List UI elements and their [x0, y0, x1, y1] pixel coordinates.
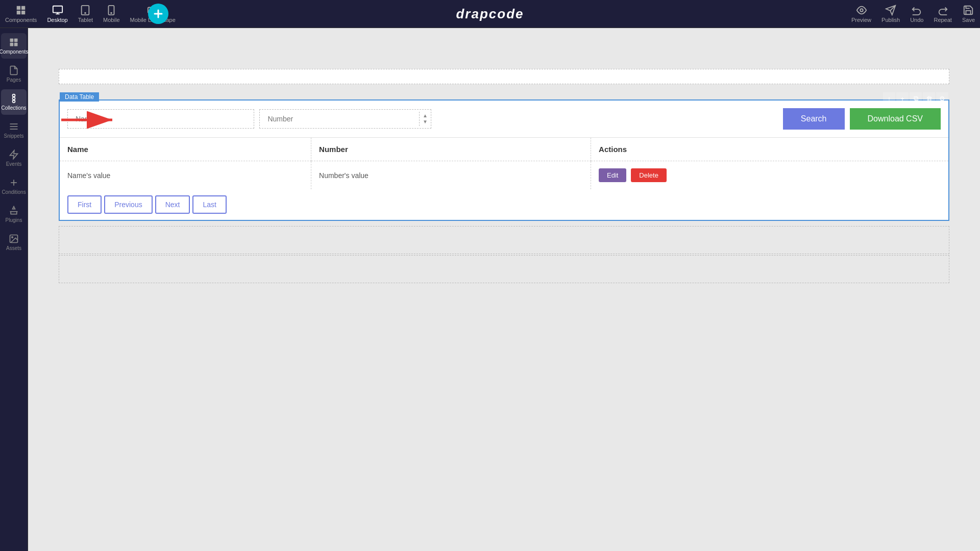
widget-settings-button[interactable]: ⚙ — [936, 92, 948, 105]
sidebar-item-collections[interactable]: Collections — [1, 89, 27, 115]
sidebar-item-components[interactable]: Components — [1, 33, 27, 59]
svg-rect-13 — [14, 39, 18, 42]
pagination-first-button[interactable]: First — [67, 195, 102, 214]
svg-point-17 — [13, 97, 15, 100]
canvas-section-middle — [59, 226, 949, 254]
svg-rect-4 — [53, 6, 62, 13]
preview-button[interactable]: Preview — [851, 5, 871, 23]
toolbar-device-desktop[interactable]: Desktop — [47, 5, 67, 23]
svg-rect-12 — [10, 39, 14, 42]
table-header-row: Name Number Actions — [60, 138, 948, 161]
repeat-button[interactable]: Repeat — [934, 5, 951, 23]
main-content: Data Table ↑ + ⧉ 🗑 ⚙ ▲ ▼ — [28, 28, 980, 551]
canvas-section-top — [59, 69, 949, 84]
sidebar-item-conditions[interactable]: Conditions — [1, 173, 27, 199]
svg-rect-2 — [17, 11, 20, 14]
pagination: First Previous Next Last — [60, 189, 948, 220]
cell-actions: Edit Delete — [591, 161, 948, 190]
number-filter-container: ▲ ▼ — [259, 109, 431, 129]
edit-button[interactable]: Edit — [599, 168, 626, 182]
table-header: Name Number Actions — [60, 138, 948, 161]
svg-marker-22 — [10, 151, 18, 159]
svg-rect-14 — [10, 43, 14, 46]
spinner-up-button[interactable]: ▲ — [421, 113, 430, 119]
sidebar-item-pages[interactable]: Pages — [1, 61, 27, 87]
publish-button[interactable]: Publish — [881, 5, 900, 23]
svg-point-26 — [12, 237, 13, 238]
widget-copy-button[interactable]: ⧉ — [910, 92, 922, 105]
save-button[interactable]: Save — [962, 5, 975, 23]
svg-point-6 — [85, 13, 86, 14]
toolbar-device-tablet[interactable]: Tablet — [78, 5, 93, 23]
data-table-widget: Data Table ↑ + ⧉ 🗑 ⚙ ▲ ▼ — [59, 99, 949, 221]
svg-rect-3 — [21, 11, 25, 14]
table-row: Name's value Number's value Edit Delete — [60, 161, 948, 190]
column-actions: Actions — [591, 138, 948, 161]
search-button[interactable]: Search — [783, 108, 845, 130]
column-name: Name — [60, 138, 311, 161]
pagination-last-button[interactable]: Last — [192, 195, 226, 214]
filter-row: ▲ ▼ Search Download CSV — [60, 101, 948, 138]
pagination-previous-button[interactable]: Previous — [104, 195, 152, 214]
widget-add-button[interactable]: + — [896, 92, 909, 105]
widget-toolbar: ↑ + ⧉ 🗑 ⚙ — [883, 92, 948, 105]
spinner-down-button[interactable]: ▼ — [421, 119, 430, 125]
cell-name: Name's value — [60, 161, 311, 190]
logo: drapcode — [456, 6, 524, 22]
svg-point-11 — [860, 9, 863, 12]
widget-delete-button[interactable]: 🗑 — [923, 92, 935, 105]
canvas-section-bottom — [59, 255, 949, 283]
number-spinner: ▲ ▼ — [419, 112, 431, 126]
svg-rect-0 — [17, 6, 20, 10]
svg-rect-1 — [21, 6, 25, 10]
number-filter-input[interactable] — [260, 110, 419, 128]
data-table: Name Number Actions Name's value Number'… — [60, 138, 948, 189]
column-number: Number — [311, 138, 591, 161]
svg-point-18 — [13, 100, 15, 103]
table-body: Name's value Number's value Edit Delete — [60, 161, 948, 190]
svg-rect-15 — [14, 43, 18, 46]
toolbar: Components Desktop Tablet Mobile Mobile … — [0, 0, 980, 28]
name-filter-input[interactable] — [67, 109, 254, 129]
toolbar-device-mobile[interactable]: Mobile — [103, 5, 119, 23]
sidebar-item-plugins[interactable]: Plugins — [1, 202, 27, 227]
sidebar-item-events[interactable]: Events — [1, 145, 27, 171]
sidebar-item-snippets[interactable]: Snippets — [1, 117, 27, 143]
add-component-button[interactable] — [148, 4, 168, 24]
sidebar-item-assets[interactable]: Assets — [1, 230, 27, 255]
toolbar-right: Preview Publish Undo Repeat Save — [851, 5, 975, 23]
svg-point-8 — [111, 13, 112, 14]
pagination-next-button[interactable]: Next — [155, 195, 190, 214]
cell-number: Number's value — [311, 161, 591, 190]
download-csv-button[interactable]: Download CSV — [850, 108, 941, 130]
canvas-area: Data Table ↑ + ⧉ 🗑 ⚙ ▲ ▼ — [28, 28, 980, 294]
toolbar-components[interactable]: Components — [5, 5, 37, 23]
widget-move-up-button[interactable]: ↑ — [883, 92, 895, 105]
undo-button[interactable]: Undo — [910, 5, 923, 23]
widget-label: Data Table — [60, 92, 99, 102]
sidebar: Components Pages Collections Snippets Ev… — [0, 28, 28, 551]
delete-button[interactable]: Delete — [631, 168, 667, 182]
data-table-section: Data Table ↑ + ⧉ 🗑 ⚙ ▲ ▼ — [59, 87, 949, 221]
svg-point-16 — [13, 94, 15, 97]
